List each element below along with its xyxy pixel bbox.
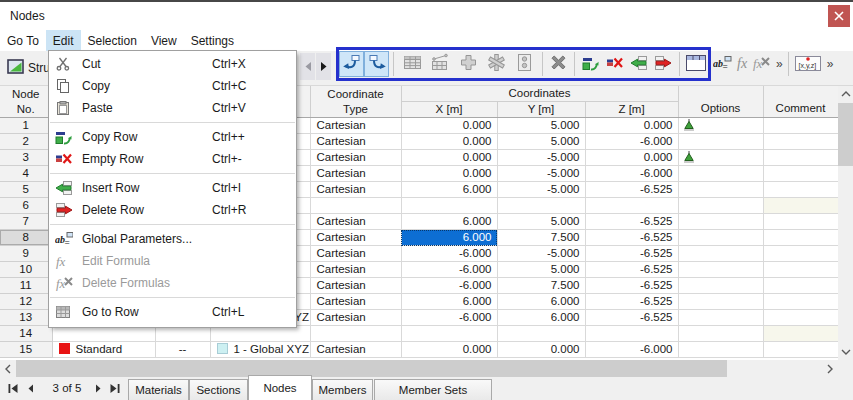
cell-options[interactable] [678,278,763,294]
table-cells-button[interactable] [402,52,423,76]
cell-coordinate-type[interactable]: Cartesian [310,230,401,246]
cell-x[interactable]: 0.000 [401,342,497,358]
cell-comment[interactable] [763,326,838,342]
overflow-chevron-icon[interactable]: » [827,57,834,71]
cell-coordinate-system[interactable]: 1 - Global XYZ [210,342,310,358]
cell-z[interactable]: 0.000 [585,118,678,134]
cell-z[interactable]: -6.525 [585,310,678,326]
menu-item-copy-row[interactable]: Copy RowCtrl++ [49,126,296,148]
scroll-up-button[interactable] [838,86,853,102]
cell-comment[interactable] [763,198,838,214]
cell-coordinate-type[interactable] [310,326,401,342]
menu-item-insert-row[interactable]: Insert RowCtrl+I [49,177,296,199]
tab-materials[interactable]: Materials [128,379,189,400]
menu-item-go-to-row[interactable]: Go to RowCtrl+L [49,301,296,323]
cell-options[interactable] [678,118,763,134]
cell-coordinate-type[interactable]: Cartesian [310,214,401,230]
cell-coordinate-type[interactable]: Cartesian [310,150,401,166]
cell-y[interactable]: 5.000 [497,262,585,278]
cell-z[interactable]: -6.000 [585,134,678,150]
toolbar-next-button[interactable] [316,53,331,80]
cell-y[interactable]: 6.000 [497,294,585,310]
cell-y[interactable]: 6.000 [497,310,585,326]
menubar-item-go-to[interactable]: Go To [0,30,46,51]
cell-comment[interactable] [763,150,838,166]
delete-x-button[interactable] [548,52,569,76]
row-number[interactable]: 14 [0,326,52,342]
menu-item-paste[interactable]: PasteCtrl+V [49,97,296,119]
row-number[interactable]: 13 [0,310,52,326]
cell-coordinate-type[interactable]: Cartesian [310,182,401,198]
cell-coordinate-type[interactable]: Cartesian [310,262,401,278]
cell-options[interactable] [678,326,763,342]
cell-options[interactable] [678,134,763,150]
structure-table-button[interactable]: Stru [7,56,50,80]
cell-x[interactable]: 0.000 [401,150,497,166]
cell-comment[interactable] [763,294,838,310]
cell-coordinate-type[interactable]: Cartesian [310,342,401,358]
cell-options[interactable] [678,246,763,262]
overflow-chevron-icon[interactable]: » [776,57,783,71]
row-number[interactable]: 12 [0,294,52,310]
scroll-down-button[interactable] [838,344,853,360]
cell-x[interactable]: 6.000 [401,214,497,230]
cell-coordinate-type[interactable]: Cartesian [310,118,401,134]
cell-options[interactable] [678,214,763,230]
row-number[interactable]: 11 [0,278,52,294]
redo-button[interactable] [364,51,389,77]
cell-comment[interactable] [763,118,838,134]
row-number[interactable]: 4 [0,166,52,182]
row-number[interactable]: 2 [0,134,52,150]
dots-button[interactable] [514,52,535,76]
cell-y[interactable]: -5.000 [497,150,585,166]
cell-comment[interactable] [763,214,838,230]
menubar-item-selection[interactable]: Selection [81,30,144,51]
vertical-scrollbar[interactable] [838,86,853,360]
menu-item-cut[interactable]: CutCtrl+X [49,53,296,75]
menu-item-delete-row[interactable]: Delete RowCtrl+R [49,199,296,221]
cell-y[interactable] [497,326,585,342]
cell-z[interactable]: -6.525 [585,246,678,262]
row-number[interactable]: 5 [0,182,52,198]
tab-sections[interactable]: Sections [189,379,248,400]
table-line-button[interactable] [430,52,451,76]
insert-row-button[interactable] [629,55,650,74]
cell-options[interactable] [678,310,763,326]
cell-comment[interactable] [763,230,838,246]
plus-button[interactable] [458,52,479,76]
cell-coordinate-type[interactable] [310,198,401,214]
scroll-left-button[interactable] [0,360,16,377]
cell-z[interactable]: -6.525 [585,214,678,230]
cell-x[interactable]: 0.000 [401,118,497,134]
cell-y[interactable]: 7.500 [497,278,585,294]
cell-x[interactable]: -6.000 [401,278,497,294]
cell-z[interactable]: -6.525 [585,262,678,278]
xyz-coordinates-icon[interactable]: [x,y,z] [794,52,822,77]
menubar-item-settings[interactable]: Settings [184,30,241,51]
table-view-button[interactable] [684,53,708,76]
cell-x[interactable]: 6.000 [401,182,497,198]
horizontal-scroll-thumb[interactable] [16,360,727,377]
cell-reference[interactable]: -- [155,342,210,358]
cell-x[interactable]: -6.000 [401,246,497,262]
empty-row-button[interactable] [605,55,626,74]
row-number[interactable]: 8 [0,230,52,246]
edit-formula-icon[interactable]: fx [737,56,747,72]
cell-coordinate-type[interactable]: Cartesian [310,166,401,182]
cell-z[interactable]: -6.525 [585,182,678,198]
cell-comment[interactable] [763,166,838,182]
cell-options[interactable] [678,166,763,182]
cell-z[interactable]: -6.525 [585,278,678,294]
horizontal-scrollbar[interactable] [0,360,838,377]
row-number[interactable]: 3 [0,150,52,166]
cell-options[interactable] [678,262,763,278]
undo-button[interactable] [339,51,364,77]
cell-z[interactable]: -6.000 [585,342,678,358]
cell-x[interactable]: 0.000 [401,166,497,182]
copy-row-button[interactable] [581,55,602,74]
cell-x[interactable]: 6.000 [401,294,497,310]
menu-item-delete-formulas[interactable]: fxDelete Formulas [49,272,296,294]
cell-coordinate-type[interactable]: Cartesian [310,246,401,262]
cell-comment[interactable] [763,278,838,294]
cell-options[interactable] [678,342,763,358]
